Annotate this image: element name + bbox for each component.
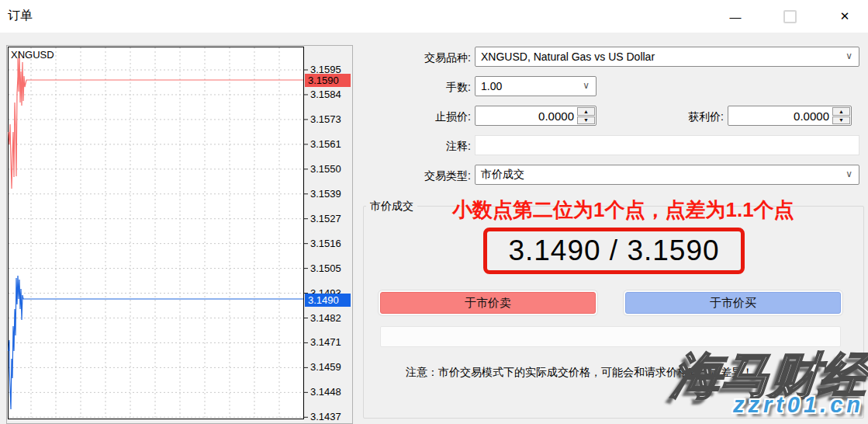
- axis-tick-label: 3.1573: [310, 113, 341, 125]
- take-profit-value: 0.0000: [794, 109, 829, 123]
- stop-loss-spinner: ▲ ▼: [577, 107, 595, 124]
- stop-loss-increment-button[interactable]: ▲: [577, 107, 595, 116]
- close-icon: ✕: [840, 9, 850, 23]
- spin-up-icon: ▲: [583, 109, 589, 114]
- axis-tick-label: 3.1437: [310, 411, 341, 422]
- order-type-select-value: 市价成交: [481, 168, 524, 182]
- market-execution-group-label: 市价成交: [366, 200, 417, 214]
- axis-tick-label: 3.1539: [310, 188, 341, 200]
- stop-loss-input[interactable]: 0.0000 ▲ ▼: [475, 106, 597, 126]
- volume-field-label: 手数:: [362, 81, 471, 95]
- spin-up-icon: ▲: [839, 109, 844, 114]
- spin-down-icon: ▼: [839, 117, 844, 123]
- axis-tick-label: 3.1550: [310, 163, 341, 175]
- sell-by-market-button[interactable]: 于市价卖: [380, 292, 596, 314]
- chevron-down-icon: ∨: [846, 50, 852, 61]
- maximize-button[interactable]: [772, 0, 807, 33]
- bid-ask-price-display: 3.1490 / 3.1590: [508, 235, 719, 267]
- bid-price-tag: 3.1490: [305, 294, 351, 307]
- spin-down-icon: ▼: [583, 117, 589, 123]
- minimize-button[interactable]: —: [718, 0, 753, 33]
- axis-tick-label: 3.1584: [310, 89, 341, 100]
- window-title: 订单: [8, 8, 33, 24]
- close-button[interactable]: ✕: [827, 0, 863, 33]
- order-type-select[interactable]: 市价成交 ∨: [475, 165, 859, 185]
- symbol-select-value: XNGUSD, Natural Gas vs US Dollar: [481, 50, 655, 63]
- price-axis: 3.15953.15843.15733.15613.15503.15393.15…: [309, 45, 353, 424]
- axis-tick-label: 3.1471: [310, 336, 341, 348]
- take-profit-field-label: 获利价:: [615, 110, 724, 124]
- take-profit-spinner: ▲ ▼: [832, 107, 850, 124]
- axis-tick-label: 3.1459: [310, 361, 341, 373]
- stop-loss-field-label: 止损价:: [362, 110, 471, 124]
- chevron-down-icon: ∨: [583, 80, 590, 91]
- axis-tick-label: 3.1505: [310, 262, 341, 274]
- axis-tick-label: 3.1448: [310, 386, 341, 398]
- price-annotation-box: 3.1490 / 3.1590: [483, 228, 745, 274]
- chart-symbol-label: XNGUSD: [11, 49, 54, 61]
- take-profit-decrement-button[interactable]: ▼: [832, 116, 850, 125]
- axis-tick-label: 3.1516: [310, 238, 341, 249]
- axis-tick-label: 3.1527: [310, 213, 341, 224]
- ask-price-tag: 3.1590: [305, 74, 351, 87]
- axis-tick-label: 3.1482: [310, 312, 341, 324]
- take-profit-input[interactable]: 0.0000 ▲ ▼: [728, 106, 852, 126]
- volume-select[interactable]: 1.00 ∨: [475, 76, 597, 96]
- order-type-field-label: 交易类型:: [362, 169, 471, 183]
- stop-loss-decrement-button[interactable]: ▼: [577, 116, 595, 125]
- volume-select-value: 1.00: [481, 80, 502, 92]
- comment-input[interactable]: [475, 135, 859, 155]
- maximize-icon: [783, 10, 797, 23]
- stop-loss-value: 0.0000: [538, 109, 574, 123]
- watermark-site: zzrt01.cn: [733, 392, 864, 418]
- titlebar: 订单 — ✕: [0, 0, 868, 33]
- buy-by-market-button[interactable]: 于市价买: [625, 292, 841, 314]
- chevron-down-icon: ∨: [846, 169, 852, 179]
- symbol-select[interactable]: XNGUSD, Natural Gas vs US Dollar ∨: [475, 47, 859, 67]
- order-dialog: 订单 — ✕ XNGUSD 3.15953.15843.15733.15613.…: [0, 0, 868, 424]
- symbol-field-label: 交易品种:: [362, 51, 471, 65]
- tick-chart: [6, 45, 353, 424]
- comment-field-label: 注释:: [362, 140, 471, 154]
- spread-annotation-text: 小数点第二位为1个点，点差为1.1个点: [452, 196, 786, 224]
- take-profit-increment-button[interactable]: ▲: [832, 107, 850, 116]
- minimize-icon: —: [730, 10, 742, 23]
- axis-tick-label: 3.1561: [310, 138, 341, 150]
